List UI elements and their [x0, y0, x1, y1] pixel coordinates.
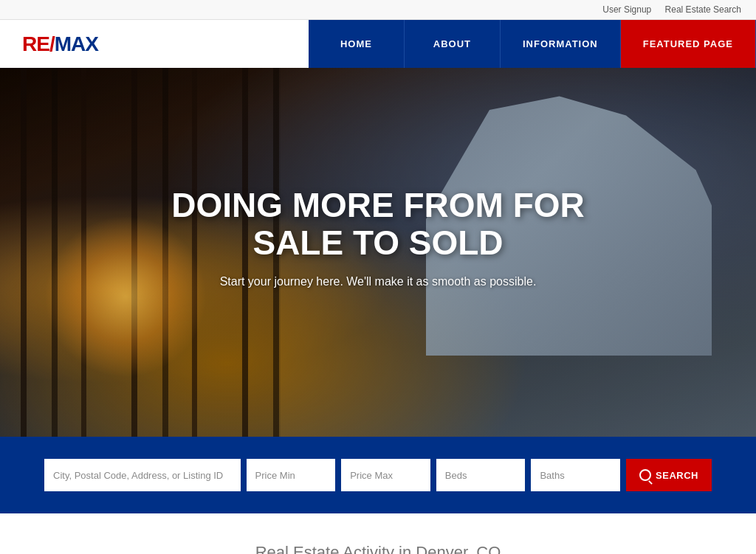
hero-subtitle: Start your journey here. We'll make it a… [157, 275, 599, 288]
main-nav: HOME ABOUT INFORMATION FEATURED PAGE [309, 20, 756, 68]
hero-section: DOING MORE FROM FOR SALE TO SOLD Start y… [0, 68, 756, 437]
logo[interactable]: RE/MAX [22, 32, 98, 56]
nav-featured[interactable]: FEATURED PAGE [621, 20, 756, 68]
search-icon [639, 469, 651, 481]
hero-content: DOING MORE FROM FOR SALE TO SOLD Start y… [157, 187, 599, 288]
logo-max: MAX [55, 32, 98, 55]
nav-about[interactable]: ABOUT [405, 20, 501, 68]
real-estate-search-link[interactable]: Real Estate Search [665, 4, 741, 15]
search-price-min-input[interactable] [247, 459, 336, 491]
search-baths-input[interactable] [531, 459, 620, 491]
search-location-input[interactable] [44, 459, 241, 491]
header: RE/MAX HOME ABOUT INFORMATION FEATURED P… [0, 20, 756, 68]
logo-re: RE [22, 32, 49, 55]
section-title: Real Estate Activity in Denver, CO [15, 543, 741, 554]
search-button-label: SEARCH [656, 470, 698, 481]
utility-bar: User Signup Real Estate Search [0, 0, 756, 20]
user-signup-link[interactable]: User Signup [602, 4, 651, 15]
bottom-section: Real Estate Activity in Denver, CO [0, 513, 756, 554]
search-beds-input[interactable] [436, 459, 526, 491]
hero-title: DOING MORE FROM FOR SALE TO SOLD [157, 187, 599, 261]
nav-home[interactable]: HOME [309, 20, 405, 68]
search-price-max-input[interactable] [341, 459, 430, 491]
nav-information[interactable]: INFORMATION [501, 20, 621, 68]
search-section: SEARCH [0, 437, 756, 513]
logo-slash: / [49, 32, 55, 55]
search-button[interactable]: SEARCH [626, 459, 712, 491]
